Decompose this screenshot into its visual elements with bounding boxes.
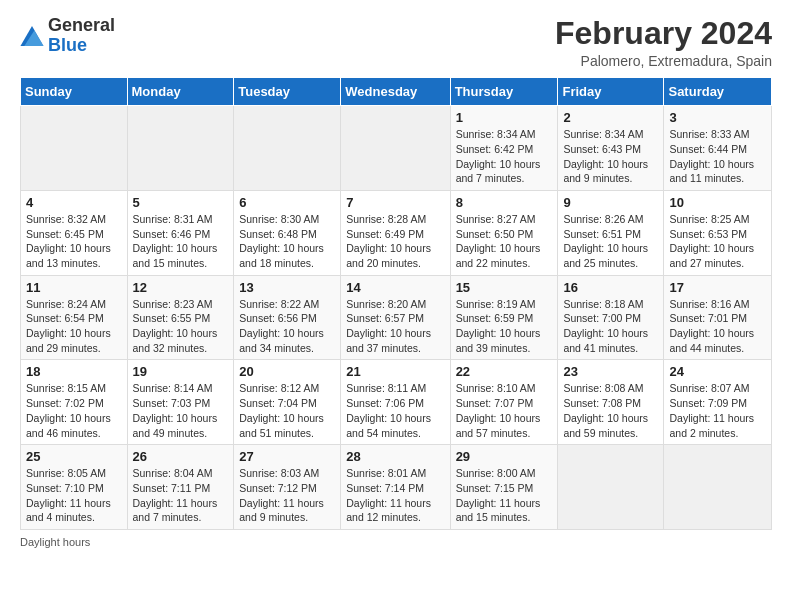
week-row-4: 18Sunrise: 8:15 AM Sunset: 7:02 PM Dayli… bbox=[21, 360, 772, 445]
date-number: 14 bbox=[346, 280, 444, 295]
calendar-cell: 29Sunrise: 8:00 AM Sunset: 7:15 PM Dayli… bbox=[450, 445, 558, 530]
calendar-cell: 5Sunrise: 8:31 AM Sunset: 6:46 PM Daylig… bbox=[127, 190, 234, 275]
calendar-cell: 22Sunrise: 8:10 AM Sunset: 7:07 PM Dayli… bbox=[450, 360, 558, 445]
date-number: 3 bbox=[669, 110, 766, 125]
calendar-header: SundayMondayTuesdayWednesdayThursdayFrid… bbox=[21, 78, 772, 106]
calendar-cell: 21Sunrise: 8:11 AM Sunset: 7:06 PM Dayli… bbox=[341, 360, 450, 445]
page-header: General Blue February 2024 Palomero, Ext… bbox=[20, 16, 772, 69]
date-number: 28 bbox=[346, 449, 444, 464]
calendar-cell: 25Sunrise: 8:05 AM Sunset: 7:10 PM Dayli… bbox=[21, 445, 128, 530]
calendar-cell: 28Sunrise: 8:01 AM Sunset: 7:14 PM Dayli… bbox=[341, 445, 450, 530]
calendar-cell: 23Sunrise: 8:08 AM Sunset: 7:08 PM Dayli… bbox=[558, 360, 664, 445]
calendar-cell bbox=[127, 106, 234, 191]
week-row-2: 4Sunrise: 8:32 AM Sunset: 6:45 PM Daylig… bbox=[21, 190, 772, 275]
logo: General Blue bbox=[20, 16, 115, 56]
week-row-5: 25Sunrise: 8:05 AM Sunset: 7:10 PM Dayli… bbox=[21, 445, 772, 530]
calendar-cell: 13Sunrise: 8:22 AM Sunset: 6:56 PM Dayli… bbox=[234, 275, 341, 360]
cell-details: Sunrise: 8:32 AM Sunset: 6:45 PM Dayligh… bbox=[26, 212, 122, 271]
subtitle: Palomero, Extremadura, Spain bbox=[555, 53, 772, 69]
calendar-cell: 10Sunrise: 8:25 AM Sunset: 6:53 PM Dayli… bbox=[664, 190, 772, 275]
calendar-cell: 24Sunrise: 8:07 AM Sunset: 7:09 PM Dayli… bbox=[664, 360, 772, 445]
date-number: 20 bbox=[239, 364, 335, 379]
date-number: 22 bbox=[456, 364, 553, 379]
calendar-cell: 4Sunrise: 8:32 AM Sunset: 6:45 PM Daylig… bbox=[21, 190, 128, 275]
cell-details: Sunrise: 8:03 AM Sunset: 7:12 PM Dayligh… bbox=[239, 466, 335, 525]
day-header-saturday: Saturday bbox=[664, 78, 772, 106]
cell-details: Sunrise: 8:01 AM Sunset: 7:14 PM Dayligh… bbox=[346, 466, 444, 525]
date-number: 8 bbox=[456, 195, 553, 210]
date-number: 29 bbox=[456, 449, 553, 464]
cell-details: Sunrise: 8:00 AM Sunset: 7:15 PM Dayligh… bbox=[456, 466, 553, 525]
calendar-cell: 1Sunrise: 8:34 AM Sunset: 6:42 PM Daylig… bbox=[450, 106, 558, 191]
calendar-cell: 11Sunrise: 8:24 AM Sunset: 6:54 PM Dayli… bbox=[21, 275, 128, 360]
date-number: 27 bbox=[239, 449, 335, 464]
date-number: 1 bbox=[456, 110, 553, 125]
date-number: 4 bbox=[26, 195, 122, 210]
calendar-cell: 7Sunrise: 8:28 AM Sunset: 6:49 PM Daylig… bbox=[341, 190, 450, 275]
calendar-cell: 9Sunrise: 8:26 AM Sunset: 6:51 PM Daylig… bbox=[558, 190, 664, 275]
cell-details: Sunrise: 8:30 AM Sunset: 6:48 PM Dayligh… bbox=[239, 212, 335, 271]
calendar-cell: 20Sunrise: 8:12 AM Sunset: 7:04 PM Dayli… bbox=[234, 360, 341, 445]
date-number: 7 bbox=[346, 195, 444, 210]
calendar-cell: 12Sunrise: 8:23 AM Sunset: 6:55 PM Dayli… bbox=[127, 275, 234, 360]
cell-details: Sunrise: 8:25 AM Sunset: 6:53 PM Dayligh… bbox=[669, 212, 766, 271]
date-number: 24 bbox=[669, 364, 766, 379]
calendar-cell: 8Sunrise: 8:27 AM Sunset: 6:50 PM Daylig… bbox=[450, 190, 558, 275]
date-number: 2 bbox=[563, 110, 658, 125]
cell-details: Sunrise: 8:24 AM Sunset: 6:54 PM Dayligh… bbox=[26, 297, 122, 356]
cell-details: Sunrise: 8:20 AM Sunset: 6:57 PM Dayligh… bbox=[346, 297, 444, 356]
cell-details: Sunrise: 8:31 AM Sunset: 6:46 PM Dayligh… bbox=[133, 212, 229, 271]
date-number: 19 bbox=[133, 364, 229, 379]
date-number: 26 bbox=[133, 449, 229, 464]
day-header-sunday: Sunday bbox=[21, 78, 128, 106]
calendar-cell: 27Sunrise: 8:03 AM Sunset: 7:12 PM Dayli… bbox=[234, 445, 341, 530]
logo-icon bbox=[20, 26, 44, 46]
cell-details: Sunrise: 8:10 AM Sunset: 7:07 PM Dayligh… bbox=[456, 381, 553, 440]
cell-details: Sunrise: 8:33 AM Sunset: 6:44 PM Dayligh… bbox=[669, 127, 766, 186]
day-header-thursday: Thursday bbox=[450, 78, 558, 106]
calendar-cell bbox=[234, 106, 341, 191]
date-number: 9 bbox=[563, 195, 658, 210]
date-number: 11 bbox=[26, 280, 122, 295]
logo-blue-text: Blue bbox=[48, 35, 87, 55]
cell-details: Sunrise: 8:04 AM Sunset: 7:11 PM Dayligh… bbox=[133, 466, 229, 525]
cell-details: Sunrise: 8:14 AM Sunset: 7:03 PM Dayligh… bbox=[133, 381, 229, 440]
calendar-cell bbox=[341, 106, 450, 191]
date-number: 18 bbox=[26, 364, 122, 379]
date-number: 12 bbox=[133, 280, 229, 295]
cell-details: Sunrise: 8:22 AM Sunset: 6:56 PM Dayligh… bbox=[239, 297, 335, 356]
calendar-cell: 16Sunrise: 8:18 AM Sunset: 7:00 PM Dayli… bbox=[558, 275, 664, 360]
calendar-cell: 14Sunrise: 8:20 AM Sunset: 6:57 PM Dayli… bbox=[341, 275, 450, 360]
cell-details: Sunrise: 8:08 AM Sunset: 7:08 PM Dayligh… bbox=[563, 381, 658, 440]
logo-general-text: General bbox=[48, 15, 115, 35]
calendar-cell bbox=[664, 445, 772, 530]
date-number: 6 bbox=[239, 195, 335, 210]
footer-note: Daylight hours bbox=[20, 536, 772, 548]
day-header-friday: Friday bbox=[558, 78, 664, 106]
week-row-1: 1Sunrise: 8:34 AM Sunset: 6:42 PM Daylig… bbox=[21, 106, 772, 191]
cell-details: Sunrise: 8:18 AM Sunset: 7:00 PM Dayligh… bbox=[563, 297, 658, 356]
cell-details: Sunrise: 8:15 AM Sunset: 7:02 PM Dayligh… bbox=[26, 381, 122, 440]
cell-details: Sunrise: 8:34 AM Sunset: 6:43 PM Dayligh… bbox=[563, 127, 658, 186]
title-block: February 2024 Palomero, Extremadura, Spa… bbox=[555, 16, 772, 69]
calendar-cell: 26Sunrise: 8:04 AM Sunset: 7:11 PM Dayli… bbox=[127, 445, 234, 530]
calendar-cell: 19Sunrise: 8:14 AM Sunset: 7:03 PM Dayli… bbox=[127, 360, 234, 445]
date-number: 10 bbox=[669, 195, 766, 210]
calendar-cell: 18Sunrise: 8:15 AM Sunset: 7:02 PM Dayli… bbox=[21, 360, 128, 445]
date-number: 13 bbox=[239, 280, 335, 295]
date-number: 17 bbox=[669, 280, 766, 295]
calendar-cell bbox=[21, 106, 128, 191]
calendar-body: 1Sunrise: 8:34 AM Sunset: 6:42 PM Daylig… bbox=[21, 106, 772, 530]
calendar-cell: 2Sunrise: 8:34 AM Sunset: 6:43 PM Daylig… bbox=[558, 106, 664, 191]
calendar-cell: 15Sunrise: 8:19 AM Sunset: 6:59 PM Dayli… bbox=[450, 275, 558, 360]
day-header-wednesday: Wednesday bbox=[341, 78, 450, 106]
date-number: 15 bbox=[456, 280, 553, 295]
calendar-table: SundayMondayTuesdayWednesdayThursdayFrid… bbox=[20, 77, 772, 530]
calendar-cell: 17Sunrise: 8:16 AM Sunset: 7:01 PM Dayli… bbox=[664, 275, 772, 360]
cell-details: Sunrise: 8:27 AM Sunset: 6:50 PM Dayligh… bbox=[456, 212, 553, 271]
calendar-cell: 6Sunrise: 8:30 AM Sunset: 6:48 PM Daylig… bbox=[234, 190, 341, 275]
date-number: 5 bbox=[133, 195, 229, 210]
day-header-monday: Monday bbox=[127, 78, 234, 106]
cell-details: Sunrise: 8:34 AM Sunset: 6:42 PM Dayligh… bbox=[456, 127, 553, 186]
week-row-3: 11Sunrise: 8:24 AM Sunset: 6:54 PM Dayli… bbox=[21, 275, 772, 360]
